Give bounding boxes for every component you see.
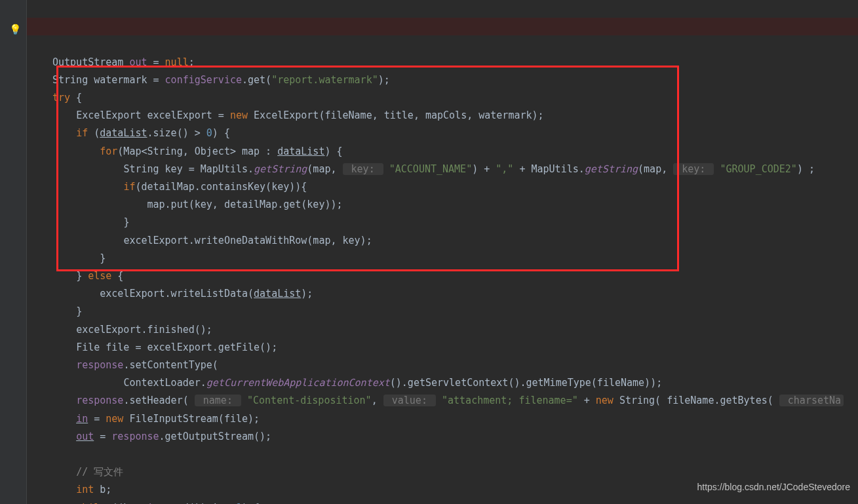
code-line[interactable]: }: [52, 305, 82, 317]
code-line[interactable]: }: [52, 252, 106, 264]
code-token: response: [76, 359, 123, 371]
code-token: .setContentType(: [123, 359, 218, 371]
code-token: (detailMap.containsKey(key)){: [135, 181, 307, 193]
code-line[interactable]: excelExport.writeOneDataWithRow(map, key…: [52, 235, 372, 246]
code-line[interactable]: String key = MapUtils.getString(map, key…: [52, 163, 815, 175]
code-token: new: [596, 395, 614, 406]
code-token: (map,: [638, 163, 673, 175]
lightbulb-icon[interactable]: 💡: [9, 21, 22, 39]
code-token: // 写文件: [76, 466, 123, 478]
code-line[interactable]: try {: [52, 92, 82, 104]
code-token: =: [147, 56, 165, 68]
code-token: configService: [165, 74, 242, 86]
code-line[interactable]: [52, 448, 58, 460]
code-token: else: [88, 270, 111, 282]
code-token: }: [123, 216, 129, 228]
code-token: 0: [206, 127, 212, 139]
code-token: "report.watermark": [271, 74, 378, 86]
code-token: [241, 395, 247, 406]
code-token: if: [76, 127, 88, 139]
code-token: ContextLoader.: [123, 377, 206, 389]
code-token: ) ;: [797, 163, 815, 175]
code-token: +: [578, 395, 596, 406]
code-token: FileInputStream(file);: [123, 413, 260, 425]
code-token: response: [111, 431, 159, 442]
code-token: ",": [496, 163, 513, 175]
code-token: ExcelExport excelExport =: [76, 109, 230, 121]
code-token: null: [165, 56, 189, 68]
code-line[interactable]: if(detailMap.containsKey(key)){: [52, 181, 307, 193]
code-line[interactable]: response.setContentType(: [52, 359, 218, 371]
code-token: out: [76, 431, 94, 442]
code-token: }: [76, 305, 82, 317]
code-line[interactable]: // 写文件: [52, 466, 123, 478]
code-token: [383, 163, 389, 175]
code-token: response: [76, 395, 123, 406]
code-token: String( fileName.getBytes(: [614, 395, 779, 406]
code-token: excelExport.writeOneDataWithRow(map, key…: [123, 235, 372, 246]
code-token: in: [76, 413, 88, 425]
code-line[interactable]: OutputStream out = null;: [52, 56, 195, 68]
code-line[interactable]: excelExport.finished();: [52, 324, 212, 336]
code-token: }: [100, 252, 106, 264]
code-token: );: [301, 288, 313, 300]
code-token: out: [129, 56, 147, 68]
code-token: if: [123, 181, 135, 193]
code-token: "attachment; filename=": [442, 395, 578, 406]
code-token: excelExport.finished();: [76, 324, 212, 336]
code-token: for: [100, 145, 117, 157]
code-token: {: [111, 270, 123, 282]
code-line[interactable]: in = new FileInputStream(file);: [52, 413, 260, 425]
code-token: name:: [195, 395, 241, 406]
code-token: ) {: [324, 145, 342, 157]
code-token: ) {: [212, 127, 230, 139]
code-token: excelExport.writeListData(: [100, 288, 254, 300]
code-token: "Content-disposition": [247, 395, 372, 406]
code-token: }: [76, 270, 88, 282]
code-line[interactable]: response.setHeader( name: "Content-dispo…: [52, 395, 844, 406]
code-token: File file = excelExport.getFile();: [76, 341, 277, 353]
code-token: + MapUtils.: [513, 163, 584, 175]
code-token: =: [94, 431, 111, 442]
code-token: b;: [94, 484, 111, 495]
code-token: String key = MapUtils.: [123, 163, 254, 175]
code-line[interactable]: ExcelExport excelExport = new ExcelExpor…: [52, 109, 544, 121]
code-token: =: [88, 413, 106, 425]
code-token: new: [106, 413, 123, 425]
code-token: (map,: [307, 163, 342, 175]
code-line[interactable]: }: [52, 216, 129, 228]
code-token: );: [378, 74, 390, 86]
code-token: .getOutputStream();: [159, 431, 272, 442]
code-line[interactable]: excelExport.writeListData(dataList);: [52, 288, 313, 300]
code-block[interactable]: OutputStream out = null; String watermar…: [26, 54, 858, 504]
code-line[interactable]: int b;: [52, 484, 111, 495]
code-token: new: [230, 109, 248, 121]
code-token: (: [88, 127, 100, 139]
code-token: ExcelExport(fileName, title, mapCols, wa…: [248, 109, 544, 121]
code-editor[interactable]: OutputStream out = null; String watermar…: [26, 0, 858, 504]
code-token: dataList: [254, 288, 301, 300]
code-line[interactable]: if (dataList.size() > 0) {: [52, 127, 230, 139]
code-line[interactable]: out = response.getOutputStream();: [52, 431, 271, 442]
code-line[interactable]: String watermark = configService.get("re…: [52, 74, 390, 86]
code-token: ) +: [472, 163, 496, 175]
code-line[interactable]: for(Map<String, Object> map : dataList) …: [52, 145, 343, 157]
watermark-text: https://blog.csdn.net/JCodeStevedore: [697, 478, 850, 496]
code-token: "GROUP_CODE2": [720, 163, 796, 175]
code-token: OutputStream: [52, 56, 129, 68]
code-token: int: [76, 484, 94, 495]
code-line[interactable]: ContextLoader.getCurrentWebApplicationCo…: [52, 377, 662, 389]
code-token: dataList: [100, 127, 147, 139]
code-line[interactable]: File file = excelExport.getFile();: [52, 341, 277, 353]
code-token: (Map<String, Object> map :: [117, 145, 277, 157]
code-token: key:: [673, 163, 714, 175]
code-token: {: [70, 92, 82, 104]
code-token: ().getServletContext().getMimeType(fileN…: [390, 377, 662, 389]
code-line[interactable]: } else {: [52, 270, 123, 282]
code-line[interactable]: map.put(key, detailMap.get(key));: [52, 199, 343, 210]
editor-gutter: [0, 0, 27, 504]
code-token: getString: [254, 163, 307, 175]
code-token: charsetNa: [779, 395, 844, 406]
code-token: "ACCOUNT_NAME": [389, 163, 472, 175]
code-token: value:: [383, 395, 436, 406]
